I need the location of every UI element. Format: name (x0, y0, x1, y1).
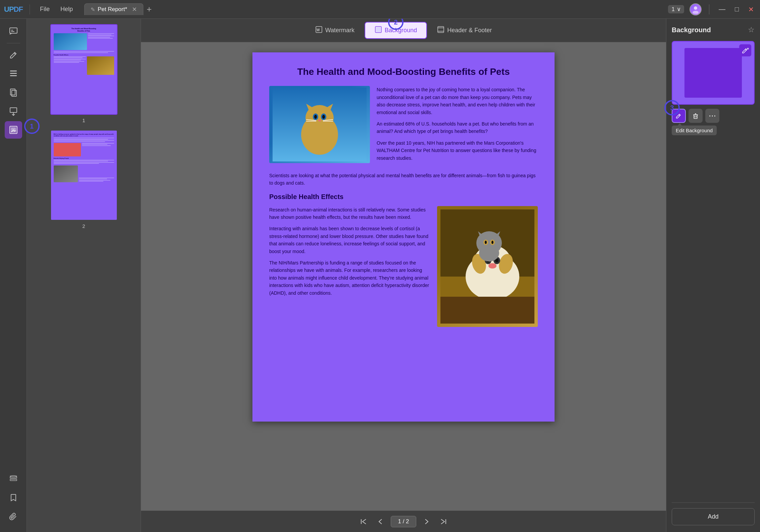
separator (30, 4, 30, 14)
svg-text:W: W (317, 28, 320, 32)
pdf-dog-cat-image (437, 206, 538, 327)
thumbnail-page-num-1: 1 (82, 117, 85, 123)
svg-point-33 (322, 115, 325, 119)
pdf-para1: Nothing compares to the joy of coming ho… (377, 86, 538, 116)
svg-point-49 (488, 263, 496, 269)
bg-more-button[interactable]: ⋯ (705, 109, 719, 123)
badge-3: 3 (664, 100, 680, 115)
sidebar-icon-edit[interactable] (5, 46, 22, 63)
watermark-icon: W (315, 26, 323, 35)
badge-1: 1 (24, 118, 40, 134)
svg-rect-63 (694, 115, 697, 118)
tab-edit-icon: ✎ (91, 6, 95, 13)
svg-rect-8 (10, 75, 17, 76)
pdf-health-para2: Interacting with animals has been shown … (269, 225, 430, 255)
minimize-button[interactable]: — (717, 5, 727, 13)
pdf-health-para1: Research on human-animal interactions is… (269, 206, 430, 221)
pdf-cat-image (269, 86, 370, 163)
thumbnail-img-2[interactable]: Well is holding everyone updated to find… (50, 130, 117, 221)
svg-point-17 (10, 476, 17, 477)
thumbnail-panel: The Health and Mood-BoostingBenefits of … (27, 19, 141, 532)
add-btn-container: Add (672, 502, 755, 525)
header-footer-button[interactable]: Header & Footer (427, 22, 502, 39)
svg-rect-9 (10, 89, 15, 95)
tooltip-arrow (678, 123, 682, 126)
sidebar-icon-comment[interactable] (5, 23, 22, 40)
thumbnail-page-2[interactable]: Well is holding everyone updated to find… (32, 130, 135, 229)
tab-bar: ✎ Pet Report* ✕ + (84, 3, 668, 15)
sidebar-icon-export[interactable] (5, 102, 22, 120)
thumbnail-img-1[interactable]: The Health and Mood-BoostingBenefits of … (50, 24, 117, 115)
svg-rect-11 (10, 108, 17, 112)
avatar[interactable] (690, 3, 702, 15)
svg-point-32 (314, 115, 317, 119)
pdf-title: The Health and Mood-Boosting Benefits of… (269, 66, 538, 78)
new-tab-button[interactable]: + (143, 4, 155, 14)
pdf-health-text: Research on human-animal interactions is… (269, 206, 430, 327)
background-icon (375, 26, 382, 35)
watermark-button[interactable]: W Watermark (305, 22, 365, 39)
svg-point-56 (485, 241, 487, 244)
pdf-intro-text: Nothing compares to the joy of coming ho… (377, 86, 538, 166)
thumbnail-page-num-2: 2 (82, 223, 85, 229)
svg-point-1 (693, 11, 699, 14)
sidebar-icon-list[interactable] (5, 65, 22, 82)
sidebar-sep1 (7, 43, 20, 43)
sidebar-icon-attachment[interactable] (5, 508, 22, 525)
header-footer-label: Header & Footer (447, 27, 492, 34)
svg-point-57 (491, 241, 493, 244)
pdf-section-title: Possible Health Effects (269, 193, 538, 201)
bg-delete-button[interactable] (688, 109, 703, 123)
main-layout: 1 (0, 19, 760, 532)
svg-rect-22 (438, 27, 444, 33)
add-background-button[interactable]: Add (672, 508, 755, 525)
sidebar-icon-bookmark[interactable] (5, 489, 22, 506)
bottom-navigation: 1 / 2 (141, 511, 666, 532)
left-sidebar: 1 (0, 19, 27, 532)
svg-point-0 (694, 6, 697, 10)
top-toolbar: W Watermark Background 2 (141, 19, 666, 42)
document-area[interactable]: The Health and Mood-Boosting Benefits of… (141, 42, 666, 511)
content-area: W Watermark Background 2 (141, 19, 666, 532)
pdf-page-1: The Health and Mood-Boosting Benefits of… (252, 52, 555, 422)
app-logo: UPUPDFDF (4, 5, 23, 14)
svg-point-34 (318, 119, 321, 122)
svg-rect-58 (440, 297, 534, 324)
sidebar-bottom (5, 470, 22, 528)
sidebar-icon-pages[interactable] (5, 84, 22, 101)
pdf-health-para3: The NIH/Mars Partnership is funding a ra… (269, 259, 430, 297)
bg-action-row: 3 ⋯ (672, 109, 755, 123)
sidebar-icon-background[interactable]: 1 (5, 121, 22, 139)
svg-rect-2 (10, 28, 17, 33)
last-page-button[interactable] (437, 515, 450, 528)
close-window-button[interactable]: ✕ (746, 5, 756, 13)
first-page-button[interactable] (357, 515, 370, 528)
menu-file[interactable]: File (35, 4, 54, 14)
title-bar-controls: 1 ∨ — □ ✕ (668, 3, 756, 15)
svg-rect-5 (11, 31, 14, 32)
right-panel: Background ☆ 3 (666, 19, 760, 532)
tab-close-button[interactable]: ✕ (132, 6, 137, 13)
bg-edit-overlay-button[interactable] (739, 44, 751, 56)
page-control[interactable]: 1 ∨ (668, 5, 684, 13)
svg-point-51 (479, 245, 499, 261)
thumbnail-page-1[interactable]: The Health and Mood-BoostingBenefits of … (32, 24, 135, 123)
page-dropdown-icon[interactable]: ∨ (677, 6, 681, 13)
prev-page-button[interactable] (374, 515, 387, 528)
favorite-button[interactable]: ☆ (748, 26, 755, 34)
watermark-label: Watermark (325, 27, 354, 34)
svg-rect-6 (10, 70, 17, 71)
next-page-button[interactable] (420, 515, 433, 528)
svg-rect-16 (10, 479, 17, 481)
page-indicator[interactable]: 1 / 2 (391, 516, 416, 527)
right-panel-header: Background ☆ (672, 26, 755, 34)
sidebar-icon-layers[interactable] (5, 470, 22, 488)
bg-preview-container: 3 ⋯ (672, 41, 755, 123)
svg-rect-7 (10, 73, 17, 74)
edit-bg-tooltip: Edit Background (672, 126, 717, 135)
svg-rect-4 (11, 30, 13, 31)
maximize-button[interactable]: □ (733, 5, 741, 13)
tab-pet-report[interactable]: ✎ Pet Report* ✕ (84, 3, 143, 15)
menu-help[interactable]: Help (56, 4, 78, 14)
pdf-intro-row: Nothing compares to the joy of coming ho… (269, 86, 538, 166)
